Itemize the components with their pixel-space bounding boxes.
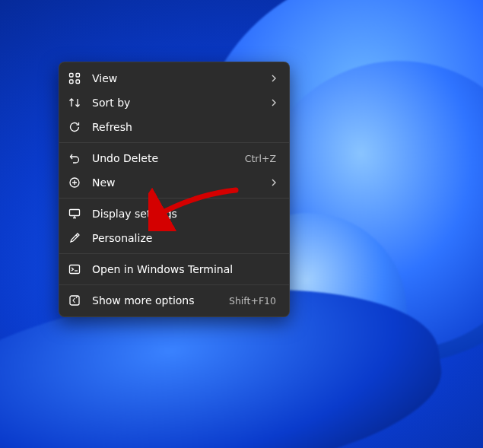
refresh-icon — [68, 120, 81, 134]
terminal-icon — [68, 262, 81, 276]
menu-item-label: Refresh — [92, 121, 278, 133]
undo-icon — [68, 151, 81, 165]
menu-item-sort-by[interactable]: Sort by — [63, 91, 285, 115]
grid-icon — [68, 71, 81, 85]
menu-separator — [59, 198, 289, 199]
menu-item-label: Open in Windows Terminal — [92, 263, 278, 275]
svg-rect-3 — [76, 80, 80, 84]
menu-item-open-terminal[interactable]: Open in Windows Terminal — [63, 257, 285, 281]
menu-item-label: Display settings — [92, 208, 278, 220]
menu-item-shortcut: Shift+F10 — [229, 295, 276, 307]
menu-item-display-settings[interactable]: Display settings — [63, 202, 285, 226]
menu-item-refresh[interactable]: Refresh — [63, 115, 285, 139]
menu-item-label: Sort by — [92, 97, 259, 109]
menu-separator — [59, 142, 289, 143]
menu-item-label: Personalize — [92, 232, 278, 244]
svg-rect-2 — [70, 80, 74, 84]
svg-rect-7 — [70, 296, 79, 305]
menu-item-label: New — [92, 176, 259, 189]
menu-item-label: View — [92, 72, 259, 84]
new-icon — [68, 176, 81, 189]
personalize-icon — [68, 231, 81, 245]
sort-icon — [68, 96, 81, 110]
menu-item-new[interactable]: New — [63, 170, 285, 195]
svg-rect-6 — [70, 265, 80, 274]
menu-item-undo-delete[interactable]: Undo Delete Ctrl+Z — [63, 146, 285, 170]
svg-rect-1 — [76, 74, 80, 78]
display-icon — [68, 207, 81, 221]
menu-separator — [59, 284, 289, 285]
svg-rect-5 — [70, 210, 80, 216]
chevron-right-icon — [270, 75, 278, 82]
menu-item-show-more-options[interactable]: Show more options Shift+F10 — [63, 288, 285, 313]
menu-item-label: Undo Delete — [92, 152, 234, 164]
menu-separator — [59, 253, 289, 254]
more-options-icon — [68, 294, 81, 307]
menu-item-label: Show more options — [92, 294, 218, 307]
svg-rect-0 — [70, 74, 74, 78]
menu-item-shortcut: Ctrl+Z — [245, 153, 276, 164]
desktop-context-menu: View Sort by Refresh — [59, 62, 290, 317]
chevron-right-icon — [270, 99, 278, 106]
menu-item-view[interactable]: View — [63, 66, 285, 91]
chevron-right-icon — [270, 179, 278, 186]
menu-item-personalize[interactable]: Personalize — [63, 226, 285, 250]
